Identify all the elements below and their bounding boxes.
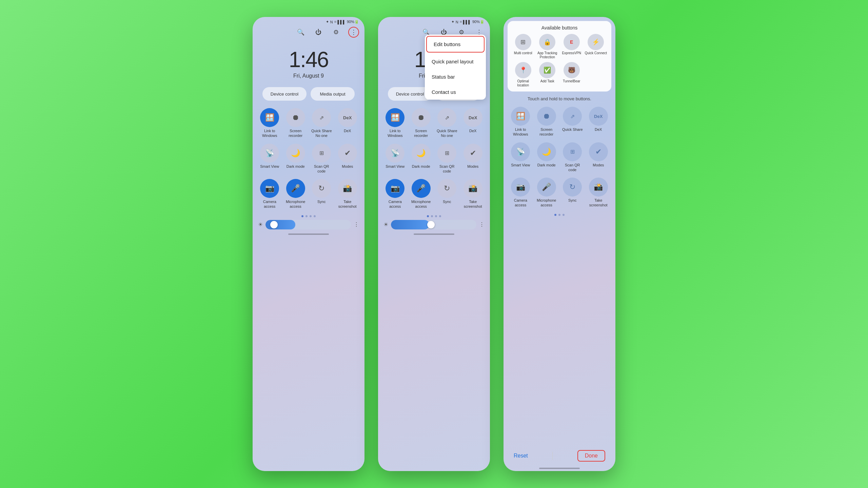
bluetooth-icon: ✦ (326, 20, 329, 24)
tile-screenshot-2[interactable]: 📸 Takescreenshot (461, 177, 485, 211)
avail-multi-control-label: Multi control (514, 51, 532, 55)
page-dots-3 (504, 211, 615, 217)
tile-quick-share-2[interactable]: ⇗ Quick ShareNo one (435, 106, 459, 140)
brightness-more-icon-2[interactable]: ⋮ (479, 221, 485, 228)
brightness-knob-2[interactable] (427, 221, 435, 228)
tile-scan-qr-1[interactable]: ⊞ Scan QR code (310, 142, 333, 176)
tile-link-windows-2[interactable]: 🪟 Link toWindows (383, 106, 407, 140)
tile-microphone-1[interactable]: 🎤 Microphoneaccess (284, 177, 308, 211)
edit-tile-qs[interactable]: ⇗ Quick Share (561, 105, 584, 139)
brightness-sun-icon-1[interactable]: ☀ (258, 221, 263, 228)
signal-icon: ▌▌▌ (338, 20, 346, 24)
phone-3: Available buttons ⊞ Multi control 🔒 App … (504, 17, 615, 471)
brightness-fill-2 (391, 220, 429, 229)
tile-dex-2[interactable]: DeX DeX (461, 106, 485, 140)
signal-icon-2: ▌▌▌ (463, 20, 471, 24)
dot-3-2 (558, 214, 560, 216)
edit-tile-ss-icon: 📸 (589, 178, 608, 197)
nfc-icon-2: N (456, 20, 458, 24)
tiles-grid-1: 🪟 Link toWindows ⏺ Screen recorder ⇗ Qui… (253, 105, 364, 212)
tile-screenshot-icon-1: 📸 (338, 179, 357, 198)
status-bar-1: ✦ N ⌗ ▌▌▌ 90%🔋 (253, 17, 364, 25)
edit-tile-sy[interactable]: ↻ Sync (561, 176, 584, 210)
brightness-track-2[interactable] (391, 220, 476, 229)
tile-camera-2[interactable]: 📷 Camera access (383, 177, 407, 211)
tile-smart-view-2[interactable]: 📡 Smart View (383, 142, 407, 176)
tile-screen-recorder-icon-1: ⏺ (286, 108, 305, 127)
tile-camera-1[interactable]: 📷 Camera access (258, 177, 281, 211)
edit-tile-ca[interactable]: 📷 Camera access (509, 176, 532, 210)
brightness-knob-1[interactable] (270, 221, 278, 228)
edit-tile-mic[interactable]: 🎤 Microphoneaccess (535, 176, 558, 210)
edit-buttons-menu-item[interactable]: Edit buttons (426, 36, 485, 53)
tile-scan-qr-label-1: Scan QR code (310, 164, 333, 174)
avail-tunnelbear[interactable]: 🐻 TunnelBear (560, 62, 583, 87)
contact-us-menu-item[interactable]: Contact us (425, 84, 486, 100)
tile-ca-icon-2: 📷 (386, 179, 405, 198)
tile-smart-view-1[interactable]: 📡 Smart View (258, 142, 281, 176)
wifi-icon-2: ⌗ (460, 20, 462, 24)
avail-add-task[interactable]: ✅ Add Task (536, 62, 559, 87)
avail-app-tracking-label: App Tracking Protection (536, 51, 559, 59)
brightness-track-1[interactable] (265, 220, 351, 229)
tile-quick-share-1[interactable]: ⇗ Quick ShareNo one (310, 106, 333, 140)
edit-tile-dm[interactable]: 🌙 Dark mode (535, 140, 558, 175)
dot-2-2 (431, 215, 433, 217)
avail-app-tracking[interactable]: 🔒 App Tracking Protection (536, 34, 559, 59)
tile-modes-1[interactable]: ✔ Modes (336, 142, 359, 176)
tile-camera-icon-1: 📷 (260, 179, 279, 198)
edit-tile-dex[interactable]: DeX DeX (587, 105, 610, 139)
tile-screen-recorder-2[interactable]: ⏺ Screen recorder (410, 106, 433, 140)
more-options-button[interactable]: ⋮ (348, 27, 359, 38)
tile-sync-icon-1: ↻ (312, 179, 331, 198)
tile-screen-recorder-1[interactable]: ⏺ Screen recorder (284, 106, 308, 140)
tile-microphone-2[interactable]: 🎤 Microphoneaccess (410, 177, 433, 211)
avail-expressvpn-icon: E (564, 34, 580, 50)
tile-dark-mode-2[interactable]: 🌙 Dark mode (410, 142, 433, 176)
tile-sr-icon-2: ⏺ (412, 108, 431, 127)
quick-panel-layout-menu-item[interactable]: Quick panel layout (425, 54, 486, 69)
edit-tile-ss[interactable]: 📸 Takescreenshot (587, 176, 610, 210)
battery-text: 90%🔋 (347, 20, 359, 24)
tile-modes-2[interactable]: ✔ Modes (461, 142, 485, 176)
tile-quick-share-icon-1: ⇗ (312, 108, 331, 127)
avail-quick-connect-icon: ⚡ (588, 34, 604, 50)
avail-multi-control-icon: ⊞ (515, 34, 531, 50)
edit-tile-dex-icon: DeX (589, 107, 608, 126)
avail-expressvpn-label: ExpressVPN (562, 51, 581, 55)
settings-button[interactable]: ⚙ (331, 27, 341, 38)
power-button[interactable]: ⏻ (313, 27, 324, 38)
tile-scan-qr-2[interactable]: ⊞ Scan QR code (435, 142, 459, 176)
done-button[interactable]: Done (577, 450, 605, 462)
media-output-btn-1[interactable]: Media output (311, 87, 355, 101)
edit-tile-lw[interactable]: 🪟 Link toWindows (509, 105, 532, 139)
avail-multi-control[interactable]: ⊞ Multi control (512, 34, 535, 59)
home-indicator-2 (414, 233, 454, 235)
edit-tile-qs-icon: ⇗ (563, 107, 582, 126)
avail-optimal-location[interactable]: 📍 Optimal location (512, 62, 535, 87)
tile-dex-1[interactable]: DeX DeX (336, 106, 359, 140)
avail-quick-connect[interactable]: ⚡ Quick Connect (585, 34, 608, 59)
edit-tile-sv[interactable]: 📡 Smart View (509, 140, 532, 175)
tile-sync-1[interactable]: ↻ Sync (310, 177, 333, 211)
status-bar-menu-item[interactable]: Status bar (425, 69, 486, 84)
edit-tile-sq[interactable]: ⊞ Scan QR code (561, 140, 584, 175)
reset-button[interactable]: Reset (514, 453, 528, 459)
device-control-btn-1[interactable]: Device control (262, 87, 307, 101)
tile-link-windows-1[interactable]: 🪟 Link toWindows (258, 106, 281, 140)
avail-expressvpn[interactable]: E ExpressVPN (560, 34, 583, 59)
brightness-more-icon-1[interactable]: ⋮ (354, 221, 359, 228)
dot-1 (301, 215, 303, 217)
edit-tile-sr[interactable]: ⏺ Screen recorder (535, 105, 558, 139)
clock-time-1: 1:46 (253, 47, 364, 72)
search-button[interactable]: 🔍 (295, 27, 306, 38)
tile-sync-2[interactable]: ↻ Sync (435, 177, 459, 211)
tiles-grid-2: 🪟 Link toWindows ⏺ Screen recorder ⇗ Qui… (378, 105, 490, 212)
edit-tile-modes[interactable]: ✔ Modes (587, 140, 610, 175)
tile-screenshot-1[interactable]: 📸 Takescreenshot (336, 177, 359, 211)
divider (552, 452, 553, 460)
tile-ss-icon-2: 📸 (463, 179, 482, 198)
avail-add-task-label: Add Task (540, 79, 554, 83)
brightness-sun-icon-2[interactable]: ☀ (383, 221, 388, 228)
tile-dark-mode-1[interactable]: 🌙 Dark mode (284, 142, 308, 176)
